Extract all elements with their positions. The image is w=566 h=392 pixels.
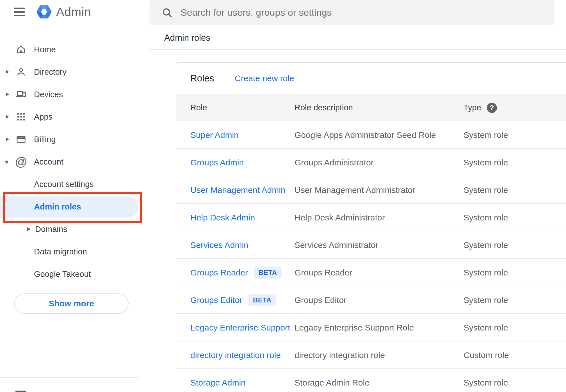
role-description: Groups Editor: [295, 286, 346, 314]
billing-card-icon: [16, 134, 26, 145]
sidebar-item-label: Billing: [34, 128, 56, 151]
apps-grid-icon: [16, 111, 26, 122]
table-body: Super Admin Google Apps Administrator Se…: [176, 121, 566, 392]
role-link[interactable]: Help Desk Admin: [190, 213, 255, 222]
table-header-row: Role Role description Type ?: [176, 94, 566, 121]
directory-person-icon: [16, 67, 26, 77]
role-description: User Management Administrator: [295, 176, 415, 204]
search-icon: [161, 7, 173, 18]
sidebar-item-account-settings[interactable]: Account settings: [0, 173, 149, 195]
role-description: Groups Administrator: [295, 149, 374, 176]
search-input[interactable]: [181, 7, 554, 18]
sidebar-item-label: Data migration: [34, 240, 87, 263]
sidebar-item-domains[interactable]: Domains: [0, 218, 149, 240]
role-link[interactable]: Groups Admin: [190, 158, 244, 167]
role-type: System role: [464, 314, 508, 341]
role-link[interactable]: Groups Reader: [190, 268, 248, 277]
expand-arrow-icon[interactable]: [6, 115, 9, 119]
home-icon: [16, 44, 26, 55]
sidebar-item-google-takeout[interactable]: Google Takeout: [0, 263, 149, 285]
expand-arrow-icon[interactable]: [6, 137, 9, 141]
sidebar-item-billing[interactable]: Billing: [0, 128, 149, 151]
role-description: Storage Admin Role: [295, 369, 369, 392]
sidebar-item-label: Google Takeout: [34, 263, 91, 285]
sidebar-item-admin-roles[interactable]: Admin roles: [34, 195, 81, 218]
sidebar-item-directory[interactable]: Directory: [0, 61, 149, 83]
table-row: Groups ReaderBETA Groups Reader System r…: [176, 259, 566, 286]
sidebar-item-label: Devices: [34, 83, 63, 106]
sidebar-item-label: Directory: [34, 61, 67, 83]
sidebar-item-label: Account settings: [34, 173, 94, 195]
table-row: Groups EditorBETA Groups Editor System r…: [176, 286, 566, 314]
clipped-bottom-icon: [15, 391, 26, 392]
sidebar-divider: [0, 377, 139, 378]
role-link[interactable]: Groups Editor: [190, 295, 242, 305]
table-row: Legacy Enterprise Support Legacy Enterpr…: [176, 314, 566, 341]
sidebar-item-account[interactable]: @ Account: [0, 151, 149, 173]
role-type: System role: [464, 259, 508, 286]
role-type: System role: [464, 204, 508, 231]
breadcrumb: Admin roles: [164, 33, 210, 43]
sidebar-item-apps[interactable]: Apps: [0, 106, 149, 128]
search-bar[interactable]: [149, 0, 554, 25]
role-description: directory integration role: [295, 341, 385, 369]
sidebar-item-label: Home: [34, 38, 56, 61]
app-title: Admin: [56, 5, 91, 19]
roles-card-header: Roles Create new role: [176, 63, 566, 94]
sidebar: Admin Home Directory Devices Apps: [0, 0, 149, 392]
help-icon[interactable]: ?: [487, 103, 497, 113]
account-at-icon: @: [16, 156, 26, 167]
create-new-role-link[interactable]: Create new role: [235, 63, 294, 94]
table-row: Groups Admin Groups Administrator System…: [176, 149, 566, 176]
sidebar-item-label: Apps: [34, 106, 53, 128]
devices-icon: [16, 89, 26, 100]
expand-arrow-icon[interactable]: [6, 92, 9, 96]
role-description: Legacy Enterprise Support Role: [295, 314, 414, 341]
role-type: System role: [464, 149, 508, 176]
role-description: Services Administrator: [295, 231, 378, 259]
column-header-type: Type ?: [464, 94, 497, 121]
table-row: Super Admin Google Apps Administrator Se…: [176, 121, 566, 149]
expand-arrow-icon[interactable]: [6, 70, 9, 74]
table-row: Services Admin Services Administrator Sy…: [176, 231, 566, 259]
role-description: Groups Reader: [295, 259, 352, 286]
sidebar-item-data-migration[interactable]: Data migration: [0, 240, 149, 263]
role-type: System role: [464, 286, 508, 314]
table-row: Help Desk Admin Help Desk Administrator …: [176, 204, 566, 231]
menu-icon[interactable]: [14, 8, 25, 16]
role-link[interactable]: directory integration role: [190, 350, 281, 360]
role-link[interactable]: Legacy Enterprise Support: [190, 323, 290, 332]
role-type: System role: [464, 231, 508, 259]
sidebar-item-home[interactable]: Home: [0, 38, 149, 61]
role-description: Google Apps Administrator Seed Role: [295, 121, 436, 149]
sidebar-item-devices[interactable]: Devices: [0, 83, 149, 106]
roles-card: Roles Create new role Role Role descript…: [176, 62, 566, 392]
sidebar-header: Admin: [0, 0, 149, 26]
show-more-button[interactable]: Show more: [14, 293, 129, 314]
sidebar-item-label: Domains: [35, 218, 67, 240]
table-row: directory integration role directory int…: [176, 341, 566, 369]
sidebar-item-label: Account: [34, 151, 63, 173]
role-type: System role: [464, 369, 508, 392]
roles-title: Roles: [190, 63, 214, 94]
content-divider: [149, 49, 566, 50]
beta-badge: BETA: [254, 266, 282, 279]
admin-logo: Admin: [36, 4, 91, 20]
role-link[interactable]: Storage Admin: [190, 378, 246, 388]
table-row: User Management Admin User Management Ad…: [176, 176, 566, 204]
beta-badge: BETA: [248, 294, 276, 306]
role-link[interactable]: Super Admin: [190, 130, 239, 140]
role-type: System role: [464, 121, 508, 149]
role-type: Custom role: [464, 341, 509, 369]
role-type: System role: [464, 176, 508, 204]
column-header-role: Role: [190, 94, 207, 121]
expand-arrow-icon[interactable]: [27, 227, 31, 231]
admin-logo-icon: [36, 4, 52, 20]
column-header-description: Role description: [295, 94, 353, 121]
role-link[interactable]: Services Admin: [190, 240, 248, 250]
collapse-arrow-icon[interactable]: [5, 161, 9, 164]
role-link[interactable]: User Management Admin: [190, 185, 286, 195]
role-description: Help Desk Administrator: [295, 204, 385, 231]
table-row: Storage Admin Storage Admin Role System …: [176, 369, 566, 392]
